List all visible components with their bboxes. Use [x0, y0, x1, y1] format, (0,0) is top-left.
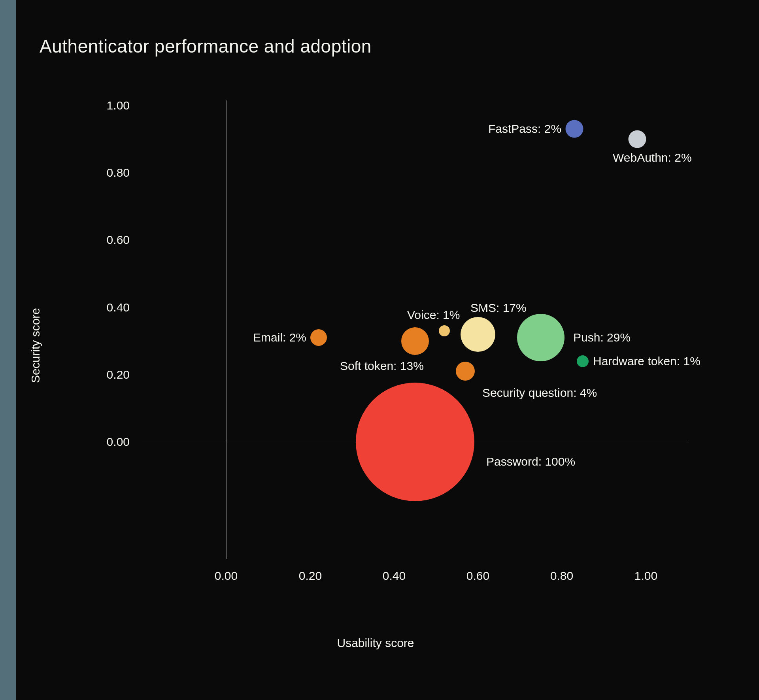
label-webauthn: WebAuthn: 2% [613, 151, 692, 164]
label-email: Email: 2% [253, 331, 306, 344]
bubble-webauthn [629, 130, 646, 148]
ytick-1: 0.20 [107, 368, 130, 381]
xtick-2: 0.40 [383, 569, 406, 583]
ytick-4: 0.80 [107, 166, 130, 179]
bubble-hardware-token [577, 355, 589, 367]
xtick-4: 0.80 [550, 569, 573, 583]
label-sms: SMS: 17% [470, 301, 527, 315]
ytick-5: 1.00 [107, 99, 130, 112]
bubble-fastpass [566, 120, 583, 138]
label-hardware-token: Hardware token: 1% [593, 355, 700, 368]
label-fastpass: FastPass: 2% [488, 122, 561, 136]
bubble-email [310, 329, 327, 346]
xtick-0: 0.00 [215, 569, 238, 583]
bubble-soft-token [401, 327, 429, 355]
chart-area: Authenticator performance and adoption S… [16, 0, 759, 700]
label-soft-token: Soft token: 13% [340, 359, 424, 373]
axis-vertical [226, 100, 227, 559]
left-rail [0, 0, 16, 700]
bubble-push [517, 314, 565, 361]
label-voice: Voice: 1% [407, 308, 460, 322]
xtick-5: 1.00 [634, 569, 657, 583]
y-axis-label: Security score [29, 308, 42, 383]
x-axis-label: Usability score [337, 636, 414, 650]
label-security-question: Security question: 4% [482, 386, 597, 400]
ytick-0: 0.00 [107, 435, 130, 449]
label-password: Password: 100% [486, 455, 575, 468]
bubble-password [356, 383, 474, 501]
chart-title: Authenticator performance and adoption [40, 36, 735, 57]
bubble-security-question [456, 362, 475, 381]
plot: Security score Usability score 0.00 0.20… [40, 73, 712, 618]
label-push: Push: 29% [573, 331, 631, 344]
ytick-3: 0.60 [107, 233, 130, 247]
xtick-3: 0.60 [466, 569, 489, 583]
xtick-1: 0.20 [299, 569, 322, 583]
bubble-voice [439, 325, 450, 336]
ytick-2: 0.40 [107, 301, 130, 314]
bubble-sms [461, 317, 495, 352]
